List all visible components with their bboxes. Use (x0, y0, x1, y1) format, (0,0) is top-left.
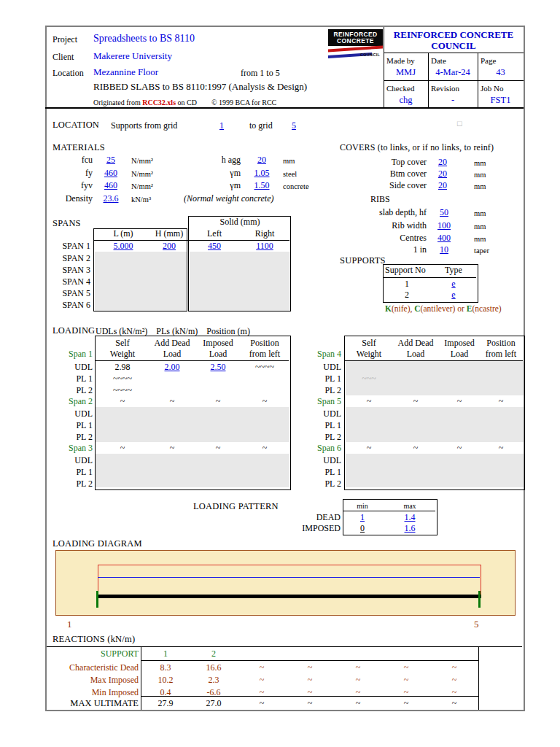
reaction-value: ~ (287, 688, 333, 697)
span1-solid-left[interactable]: 450 (190, 241, 239, 251)
note-c-rest: (antilever) or (421, 304, 467, 313)
reaction-value: 0.4 (142, 688, 189, 697)
row-label-udl: UDL (295, 409, 341, 419)
note-k: K (385, 304, 392, 313)
reaction-value: ~ (335, 688, 381, 697)
ribs-value[interactable]: 10 (432, 245, 456, 255)
reaction-value: 27.9 (142, 699, 189, 708)
diagram-dead-load-line (98, 565, 481, 597)
materials-unit: steel (283, 169, 297, 179)
job-no-value[interactable]: FST1 (478, 96, 524, 105)
diagram-imposed-load-line (98, 577, 480, 578)
checked-value[interactable]: chg (384, 96, 428, 105)
dead-max[interactable]: 1.4 (388, 513, 432, 522)
tilde: ~ (195, 444, 241, 453)
page-value[interactable]: 43 (478, 68, 524, 77)
ribs-value[interactable]: 400 (432, 233, 456, 243)
materials-value[interactable]: 20 (246, 155, 277, 165)
span1-depth[interactable]: 200 (152, 241, 187, 251)
grid-from-value[interactable]: 1 (210, 121, 233, 131)
support-type[interactable]: e (433, 279, 474, 289)
dead-min[interactable]: 1 (344, 513, 381, 522)
reaction-value: ~ (335, 676, 381, 685)
materials-value[interactable]: 1.05 (246, 169, 277, 178)
loading-col-header: Imposed (195, 338, 241, 348)
tilde: ~ (392, 397, 439, 406)
materials-unit: mm (283, 156, 295, 166)
project-value[interactable]: Spreadsheets to BS 8110 (93, 34, 195, 43)
ribs-label: 1 in (350, 245, 427, 255)
spans-title: SPANS (52, 219, 81, 228)
support-type[interactable]: e (433, 290, 474, 300)
materials-value[interactable]: 1.50 (246, 181, 277, 190)
reaction-value: ~ (238, 676, 285, 685)
ribs-value[interactable]: 50 (432, 208, 456, 217)
client-value[interactable]: Makerere University (93, 51, 172, 61)
row-label-udl: UDL (47, 363, 93, 372)
materials-value[interactable]: 460 (97, 169, 125, 178)
ribs-value[interactable]: 100 (432, 221, 456, 231)
covers-value[interactable]: 20 (432, 158, 454, 167)
supports-header-underline (384, 277, 476, 278)
pattern-col-max: max (388, 502, 432, 510)
loading-title: LOADING (52, 326, 95, 336)
ribs-unit: taper (474, 246, 489, 255)
materials-label: fyv (52, 181, 93, 190)
spans-col-header: L (m) (95, 229, 152, 239)
revision-value[interactable]: - (428, 96, 478, 105)
covers-unit: mm (474, 170, 486, 179)
originated-file: RCC32.xls (142, 98, 176, 107)
loading-col-header: Load (195, 349, 241, 359)
covers-value[interactable]: 20 (432, 181, 454, 190)
span1-pl1: ~~~~ (96, 374, 149, 384)
grid-to-value[interactable]: 5 (284, 121, 303, 131)
loading-col-header: from left (480, 349, 522, 359)
date-value[interactable]: 4-Mar-24 (428, 68, 478, 77)
materials-value[interactable]: 25 (97, 155, 125, 165)
loading-header-underline (345, 360, 523, 361)
reaction-value: ~ (383, 676, 429, 685)
reaction-value: ~ (431, 676, 478, 685)
copyright: © 1999 BCA for RCC (211, 98, 276, 107)
reactions-top-border (47, 646, 522, 647)
reactions-support-no: 2 (190, 649, 237, 659)
imposed-min[interactable]: 0 (344, 524, 381, 533)
materials-label: fy (52, 169, 93, 178)
loading-col-header: Imposed (439, 338, 480, 348)
materials-value[interactable]: 23.6 (95, 194, 127, 204)
supports-col-no: Support No (385, 266, 426, 275)
row-label-pl1: PL 1 (47, 421, 93, 430)
support-no: 2 (384, 290, 429, 300)
materials-value[interactable]: 460 (97, 181, 125, 190)
sheet-title: RIBBED SLABS to BS 8110:1997 (Analysis &… (93, 82, 307, 91)
row-label-pl2: PL 2 (295, 386, 341, 395)
made-by-value[interactable]: MMJ (384, 68, 428, 77)
job-no-label: Job No (481, 84, 503, 93)
supports-col-type: Type (433, 266, 474, 275)
reactions-row-label: Characteristic Dead (44, 663, 139, 673)
reactions-support-label: SUPPORT (44, 649, 139, 659)
materials-label: h agg (197, 155, 241, 165)
ribs-unit: mm (474, 222, 486, 231)
reaction-value: ~ (383, 699, 429, 708)
reaction-value: ~ (383, 688, 429, 697)
reactions-row-label: MAX ULTIMATE (44, 699, 139, 708)
span1-position: ~~~~ (241, 363, 289, 372)
span1-solid-right[interactable]: 1100 (239, 241, 290, 251)
supports-note: K(nife), C(antilever) or E(ncastre) (385, 304, 502, 314)
row-label-pl1: PL 1 (47, 468, 93, 477)
imposed-label: IMPOSED (284, 524, 341, 533)
range-note: from 1 to 5 (241, 69, 280, 78)
span1-imposed[interactable]: 2.50 (195, 363, 241, 372)
span1-add-dead[interactable]: 2.00 (149, 363, 195, 372)
span1-length[interactable]: 5.000 (95, 241, 152, 251)
covers-value[interactable]: 20 (432, 169, 454, 179)
location-value[interactable]: Mezannine Floor (93, 67, 158, 77)
row-label-pl1: PL 1 (295, 421, 341, 430)
imposed-max[interactable]: 1.6 (388, 524, 432, 533)
reactions-header-underline (141, 660, 478, 661)
note-c: C (414, 304, 420, 313)
note-e-rest: (ncastre) (472, 304, 501, 313)
row-label-udl: UDL (47, 409, 93, 419)
loading-col-header: Weight (346, 349, 392, 359)
